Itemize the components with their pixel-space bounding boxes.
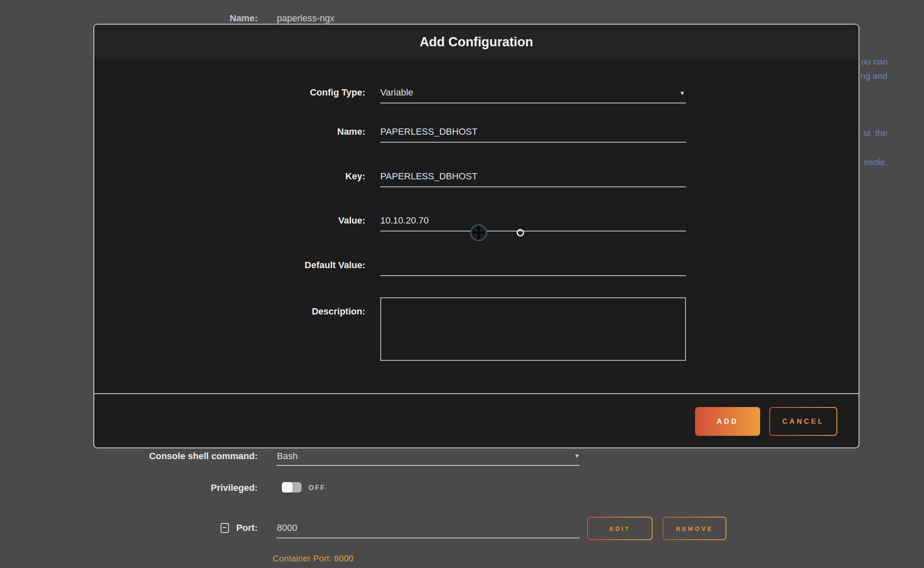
toggle-knob [282, 482, 293, 493]
container-port-text: Container Port: 8000 [273, 553, 354, 563]
console-shell-command-label: Console shell command: [0, 451, 258, 462]
container-name-value: paperless-ngx [277, 13, 334, 24]
help-text-fragment: nsole. [864, 157, 887, 167]
key-value: PAPERLESS_DBHOST [380, 171, 477, 181]
chevron-down-icon: ▼ [679, 90, 685, 96]
edit-button[interactable]: EDIT [587, 517, 653, 540]
dialog-title: Add Configuration [419, 35, 533, 50]
value-value: 10.10.20.70 [380, 215, 429, 226]
container-name-label: Name: [0, 13, 258, 24]
privileged-toggle[interactable] [282, 482, 301, 493]
value-input[interactable]: 10.10.20.70 [380, 215, 686, 231]
chevron-down-icon: ▼ [574, 452, 580, 459]
help-text-fragment: ou can [861, 57, 887, 67]
description-label: Description: [94, 306, 365, 317]
edit-button-label: EDIT [588, 518, 652, 539]
default-value-label: Default Value: [94, 260, 365, 271]
port-input[interactable]: 8000 [277, 523, 297, 533]
config-type-label: Config Type: [94, 87, 365, 98]
port-underline [276, 538, 580, 538]
add-button[interactable]: ADD [695, 407, 760, 436]
description-textarea[interactable] [380, 297, 686, 361]
config-type-select[interactable]: Variable ▼ [380, 87, 686, 103]
name-value: PAPERLESS_DBHOST [380, 126, 477, 137]
default-value-input[interactable] [380, 260, 686, 276]
key-input[interactable]: PAPERLESS_DBHOST [380, 171, 686, 187]
privileged-state-text: OFF [309, 484, 326, 492]
key-label: Key: [94, 171, 365, 182]
console-shell-command-select[interactable]: Bash [277, 451, 298, 462]
dialog-header: Add Configuration [94, 25, 859, 60]
remove-button[interactable]: REMOVE [663, 517, 726, 540]
move-cursor-icon [470, 224, 487, 241]
name-input[interactable]: PAPERLESS_DBHOST [380, 126, 686, 143]
console-shell-command-underline [276, 465, 580, 466]
footer-divider [94, 393, 859, 394]
help-text-fragment: ng and [861, 71, 887, 81]
name-label: Name: [94, 126, 365, 137]
privileged-label: Privileged: [0, 483, 258, 493]
click-indicator-ring [517, 229, 524, 236]
remove-button-label: REMOVE [663, 518, 726, 539]
port-label: Port: [0, 523, 258, 533]
help-text-fragment: st the [864, 128, 887, 138]
cancel-button-label: CANCEL [770, 408, 836, 435]
value-label: Value: [94, 215, 365, 226]
config-type-value: Variable [380, 87, 413, 98]
cancel-button[interactable]: CANCEL [769, 407, 837, 436]
